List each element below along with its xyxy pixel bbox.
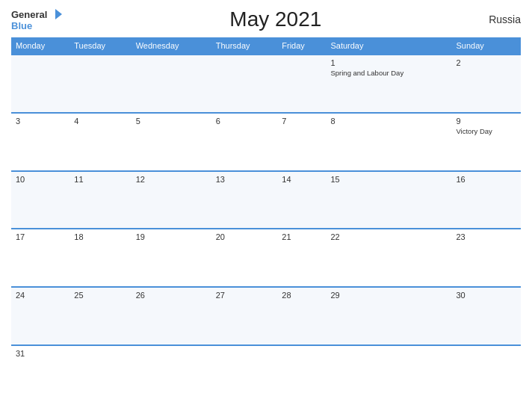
- holiday-label: Victory Day: [456, 127, 516, 135]
- calendar-cell: 16: [451, 171, 521, 229]
- calendar-cell: 15: [326, 171, 451, 229]
- day-number: 7: [282, 117, 321, 126]
- day-number: 8: [330, 117, 447, 126]
- calendar-cell: [11, 55, 69, 113]
- day-number: 9: [456, 117, 516, 126]
- calendar-cell: [132, 55, 211, 113]
- day-number: 18: [74, 232, 126, 241]
- calendar-cell: 17: [11, 229, 69, 287]
- calendar-cell: [69, 55, 131, 113]
- holiday-label: Spring and Labour Day: [330, 69, 447, 77]
- day-number: 3: [16, 117, 65, 126]
- day-number: 23: [456, 232, 516, 241]
- calendar-cell: 9Victory Day: [451, 113, 521, 171]
- calendar-cell: [132, 345, 211, 404]
- calendar-cell: 27: [211, 287, 278, 345]
- col-sunday: Sunday: [451, 37, 521, 55]
- calendar-cell: [326, 345, 451, 404]
- calendar-cell: [211, 345, 278, 404]
- logo-general-text: General: [11, 10, 47, 19]
- day-number: 11: [74, 175, 126, 184]
- day-number: 25: [74, 291, 126, 300]
- calendar-cell: [451, 345, 521, 404]
- calendar-cell: 5: [132, 113, 211, 171]
- day-number: 28: [282, 291, 321, 300]
- calendar-cell: 6: [211, 113, 278, 171]
- calendar-cell: 10: [11, 171, 69, 229]
- day-number: 20: [216, 232, 273, 241]
- col-monday: Monday: [11, 37, 69, 55]
- calendar-cell: 24: [11, 287, 69, 345]
- day-number: 31: [16, 349, 65, 358]
- calendar-cell: 26: [132, 287, 211, 345]
- calendar-cell: [277, 55, 326, 113]
- calendar-cell: 3: [11, 113, 69, 171]
- day-number: 19: [136, 232, 207, 241]
- calendar-week-row: 3456789Victory Day: [11, 113, 521, 171]
- logo-blue-text: Blue: [11, 21, 32, 31]
- day-number: 6: [216, 117, 273, 126]
- calendar-cell: 12: [132, 171, 211, 229]
- calendar-cell: 1Spring and Labour Day: [326, 55, 451, 113]
- calendar-cell: 31: [11, 345, 69, 404]
- calendar-cell: 30: [451, 287, 521, 345]
- calendar-header: General Blue May 2021 Russia: [11, 7, 521, 31]
- day-number: 1: [330, 58, 447, 67]
- day-number: 16: [456, 175, 516, 184]
- calendar-cell: 20: [211, 229, 278, 287]
- calendar-cell: 14: [277, 171, 326, 229]
- calendar-cell: [69, 345, 131, 404]
- day-number: 27: [216, 291, 273, 300]
- day-number: 5: [136, 117, 207, 126]
- calendar-cell: 11: [69, 171, 131, 229]
- calendar-cell: 7: [277, 113, 326, 171]
- day-number: 12: [136, 175, 207, 184]
- calendar-week-row: 24252627282930: [11, 287, 521, 345]
- calendar-cell: 25: [69, 287, 131, 345]
- day-number: 10: [16, 175, 65, 184]
- day-number: 14: [282, 175, 321, 184]
- svg-marker-0: [55, 9, 62, 19]
- logo-flag-icon: [49, 9, 62, 19]
- day-number: 24: [16, 291, 65, 300]
- calendar-cell: 28: [277, 287, 326, 345]
- calendar-cell: 13: [211, 171, 278, 229]
- calendar-cell: 21: [277, 229, 326, 287]
- calendar-cell: 2: [451, 55, 521, 113]
- calendar-cell: 22: [326, 229, 451, 287]
- day-number: 17: [16, 232, 65, 241]
- day-number: 15: [330, 175, 447, 184]
- day-number: 29: [330, 291, 447, 300]
- day-number: 22: [330, 232, 447, 241]
- calendar-page: General Blue May 2021 Russia Monday Tues…: [0, 0, 532, 411]
- col-thursday: Thursday: [211, 37, 278, 55]
- calendar-cell: [277, 345, 326, 404]
- calendar-week-row: 10111213141516: [11, 171, 521, 229]
- day-number: 30: [456, 291, 516, 300]
- day-number: 4: [74, 117, 126, 126]
- calendar-table: Monday Tuesday Wednesday Thursday Friday…: [11, 37, 521, 404]
- day-number: 21: [282, 232, 321, 241]
- calendar-header-row: Monday Tuesday Wednesday Thursday Friday…: [11, 37, 521, 55]
- calendar-title: May 2021: [229, 7, 321, 31]
- calendar-cell: 19: [132, 229, 211, 287]
- calendar-week-row: 17181920212223: [11, 229, 521, 287]
- day-number: 26: [136, 291, 207, 300]
- calendar-cell: 23: [451, 229, 521, 287]
- calendar-cell: 29: [326, 287, 451, 345]
- col-friday: Friday: [277, 37, 326, 55]
- calendar-cell: 8: [326, 113, 451, 171]
- col-wednesday: Wednesday: [132, 37, 211, 55]
- calendar-cell: 18: [69, 229, 131, 287]
- day-number: 2: [456, 58, 516, 67]
- calendar-cell: 4: [69, 113, 131, 171]
- day-number: 13: [216, 175, 273, 184]
- calendar-week-row: 31: [11, 345, 521, 404]
- col-tuesday: Tuesday: [69, 37, 131, 55]
- country-label: Russia: [489, 13, 521, 25]
- col-saturday: Saturday: [326, 37, 451, 55]
- calendar-cell: [211, 55, 278, 113]
- logo: General Blue: [11, 9, 62, 31]
- calendar-week-row: 1Spring and Labour Day2: [11, 55, 521, 113]
